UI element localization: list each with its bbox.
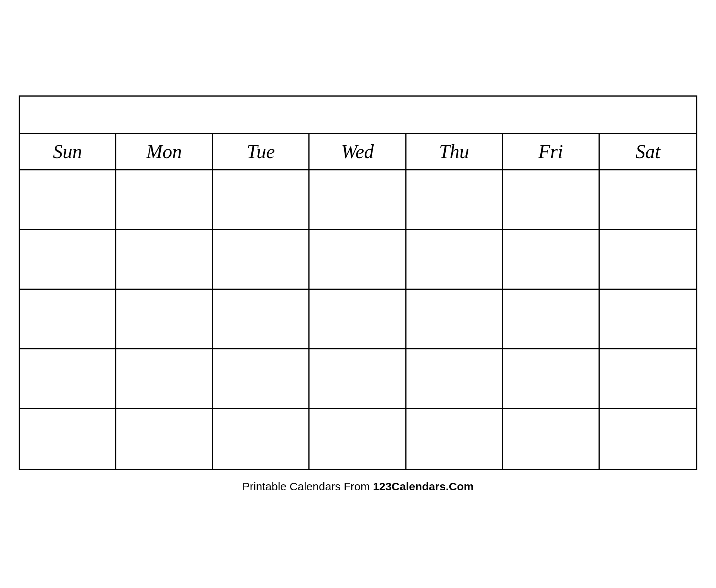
table-row bbox=[503, 170, 600, 230]
calendar-grid bbox=[20, 170, 696, 469]
table-row bbox=[213, 230, 310, 290]
table-row bbox=[600, 409, 696, 469]
calendar-wrapper: Sun Mon Tue Wed Thu Fri Sat bbox=[19, 95, 697, 493]
table-row bbox=[116, 409, 213, 469]
day-header-mon: Mon bbox=[116, 134, 213, 169]
table-row bbox=[20, 170, 116, 230]
table-row bbox=[116, 230, 213, 290]
table-row bbox=[406, 349, 503, 409]
day-headers-row: Sun Mon Tue Wed Thu Fri Sat bbox=[20, 134, 696, 170]
table-row bbox=[600, 170, 696, 230]
table-row bbox=[310, 230, 406, 290]
table-row bbox=[116, 349, 213, 409]
table-row bbox=[503, 230, 600, 290]
footer-prefix: Printable Calendars From bbox=[242, 480, 373, 493]
table-row bbox=[310, 409, 406, 469]
table-row bbox=[213, 349, 310, 409]
table-row bbox=[20, 409, 116, 469]
table-row bbox=[406, 290, 503, 349]
table-row bbox=[406, 170, 503, 230]
table-row bbox=[20, 349, 116, 409]
day-header-fri: Fri bbox=[503, 134, 600, 169]
day-header-thu: Thu bbox=[406, 134, 503, 169]
table-row bbox=[116, 290, 213, 349]
calendar-title-area bbox=[20, 97, 696, 134]
table-row bbox=[213, 409, 310, 469]
footer: Printable Calendars From 123Calendars.Co… bbox=[19, 480, 697, 493]
day-header-sat: Sat bbox=[600, 134, 696, 169]
table-row bbox=[600, 290, 696, 349]
calendar-container: Sun Mon Tue Wed Thu Fri Sat bbox=[19, 95, 697, 470]
table-row bbox=[600, 349, 696, 409]
table-row bbox=[20, 230, 116, 290]
day-header-wed: Wed bbox=[310, 134, 406, 169]
table-row bbox=[116, 170, 213, 230]
table-row bbox=[310, 170, 406, 230]
table-row bbox=[406, 409, 503, 469]
table-row bbox=[310, 290, 406, 349]
footer-brand: 123Calendars.Com bbox=[373, 480, 474, 493]
day-header-sun: Sun bbox=[20, 134, 116, 169]
table-row bbox=[213, 290, 310, 349]
day-header-tue: Tue bbox=[213, 134, 310, 169]
table-row bbox=[600, 230, 696, 290]
table-row bbox=[20, 290, 116, 349]
table-row bbox=[213, 170, 310, 230]
table-row bbox=[503, 290, 600, 349]
table-row bbox=[406, 230, 503, 290]
table-row bbox=[503, 409, 600, 469]
table-row bbox=[310, 349, 406, 409]
table-row bbox=[503, 349, 600, 409]
